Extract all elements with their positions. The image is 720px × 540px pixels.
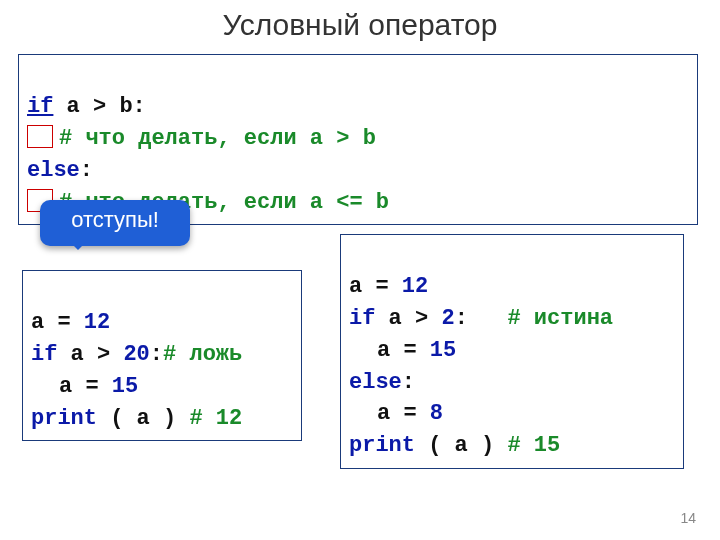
slide-title: Условный оператор [0, 8, 720, 42]
txt: : [402, 370, 415, 395]
txt: a > [57, 342, 123, 367]
kw-if: if [349, 306, 375, 331]
comment: # 12 [189, 406, 242, 431]
txt: a > b: [53, 94, 145, 119]
txt: a = [31, 310, 84, 335]
code-block-example-true: a = 12 if a > 2: # истина a = 15 else: a… [340, 234, 684, 469]
comment: # 15 [507, 433, 560, 458]
comment: # ложь [163, 342, 242, 367]
num: 2 [441, 306, 454, 331]
txt: : [455, 306, 508, 331]
txt: a = [59, 374, 112, 399]
page-number: 14 [680, 510, 696, 526]
num: 8 [430, 401, 443, 426]
kw-if: if [31, 342, 57, 367]
num: 15 [112, 374, 138, 399]
txt: a > [375, 306, 441, 331]
num: 20 [123, 342, 149, 367]
kw-print: print [349, 433, 415, 458]
indent-marker [27, 125, 53, 148]
txt: : [150, 342, 163, 367]
kw-if: if [27, 94, 53, 119]
kw-else: else [27, 158, 80, 183]
callout-indent: отступы! [40, 200, 190, 246]
num: 15 [430, 338, 456, 363]
comment: # истина [507, 306, 613, 331]
num: 12 [84, 310, 110, 335]
txt: ( a ) [415, 433, 507, 458]
txt: a = [377, 401, 430, 426]
txt: a = [349, 274, 402, 299]
num: 12 [402, 274, 428, 299]
kw-else: else [349, 370, 402, 395]
comment: # что делать, если a > b [59, 126, 376, 151]
txt: : [80, 158, 93, 183]
txt: a = [377, 338, 430, 363]
kw-print: print [31, 406, 97, 431]
txt: ( a ) [97, 406, 189, 431]
code-block-example-false: a = 12 if a > 20:# ложь a = 15 print ( a… [22, 270, 302, 441]
